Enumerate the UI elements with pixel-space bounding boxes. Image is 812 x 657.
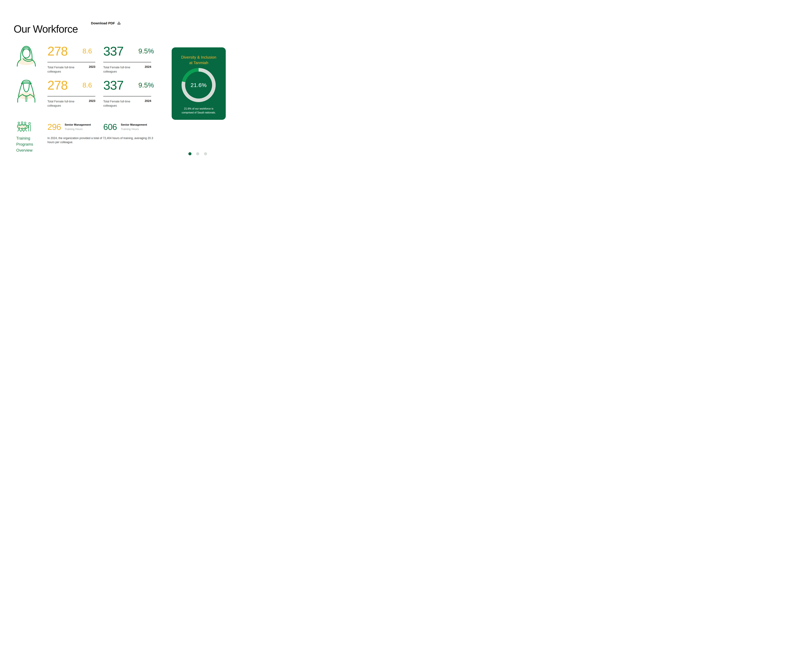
divider: [47, 96, 95, 97]
stat-label: Total Female full-time colleagues: [103, 65, 135, 74]
stat-value: 278: [47, 79, 67, 92]
divider: [103, 96, 151, 97]
carousel-dot-1[interactable]: [188, 152, 192, 155]
saudization-donut-chart: 21.6%: [181, 68, 215, 102]
stat-value: 278: [47, 45, 67, 58]
stat-secondary: 9.5%: [138, 82, 154, 89]
training-note: In 2024, the organization provided a tot…: [47, 136, 154, 145]
stat-year: 2024: [145, 65, 151, 69]
training-stat-value: 606: [103, 123, 117, 131]
training-stat-caption: Senior Management Training Hours: [121, 123, 147, 131]
download-pdf-label: Download PDF: [91, 21, 115, 25]
stat-female-2023: 278 8.6 Total Female full-time colleague…: [47, 46, 95, 75]
stat-value: 337: [103, 45, 123, 58]
card-caption: 21.6% of our workforce is comprised of S…: [178, 107, 219, 115]
divider: [103, 62, 151, 62]
training-stat-subtitle: Training Hours: [121, 128, 147, 131]
card-title: Diversity & Inclusion at Tanmiah: [178, 54, 220, 65]
stat-secondary: 9.5%: [138, 48, 154, 54]
stat-year: 2023: [89, 65, 95, 69]
stat-label: Total Female full-time colleagues: [103, 99, 135, 108]
workforce-page: Our Workforce Download PDF: [0, 0, 234, 164]
woman-hijab-icon: [16, 43, 37, 67]
training-stat-caption: Senior Management Training Hours: [65, 123, 91, 131]
stat-year: 2023: [89, 99, 95, 103]
training-group-icon: [16, 121, 32, 133]
stat-value: 337: [103, 79, 123, 92]
stat-year: 2024: [145, 99, 151, 103]
download-icon: [117, 21, 121, 25]
donut-percent-label: 21.6%: [191, 82, 207, 88]
training-stat-value: 296: [47, 123, 61, 131]
carousel-dot-2[interactable]: [196, 152, 199, 155]
stat-secondary: 8.6: [83, 82, 92, 89]
stat-label: Total Female full-time colleagues: [47, 99, 79, 108]
stat-male-2024: 337 9.5% Total Female full-time colleagu…: [103, 80, 151, 109]
diversity-inclusion-card: Diversity & Inclusion at Tanmiah 21.6% 2…: [172, 47, 226, 120]
training-section-heading: Training Programs Overview: [16, 135, 38, 153]
carousel-dot-3[interactable]: [204, 152, 207, 155]
page-title: Our Workforce: [14, 24, 78, 34]
training-stat-title: Senior Management: [121, 123, 147, 126]
download-pdf-button[interactable]: Download PDF: [91, 21, 121, 25]
carousel-pagination: [188, 152, 207, 155]
stat-male-2023: 278 8.6 Total Female full-time colleague…: [47, 80, 95, 109]
stat-secondary: 8.6: [83, 48, 92, 54]
training-stat-subtitle: Training Hours: [65, 128, 91, 131]
stat-female-2024: 337 9.5% Total Female full-time colleagu…: [103, 46, 151, 75]
training-stat-title: Senior Management: [65, 123, 91, 126]
man-ghutra-icon: [15, 78, 37, 104]
divider: [47, 62, 95, 62]
stat-label: Total Female full-time colleagues: [47, 65, 79, 74]
